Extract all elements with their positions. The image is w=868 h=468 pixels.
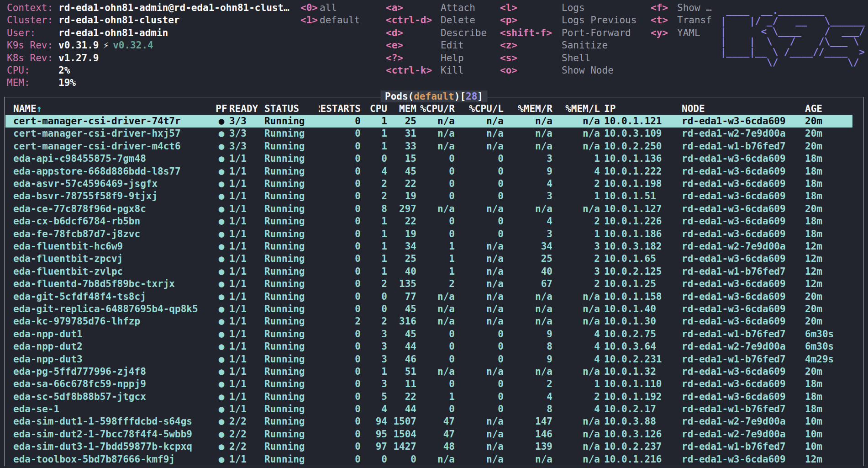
table-row[interactable]: eda-toolbox-5bd7b87666-kmf9j ● 1/1 Runni… (5, 453, 852, 465)
mem-request-pct: n/a (504, 115, 552, 127)
hotkey-item: <shift-f> Port-Forward (500, 27, 637, 39)
table-row[interactable]: eda-ce-77c878f96d-pgx8c ● 1/1 Running 0 … (5, 202, 852, 215)
mem-value: 135 (387, 277, 416, 290)
cpu-value: 1 (361, 215, 387, 228)
hotkey-key: <o> (500, 64, 562, 77)
pod-name: eda-toolbox-5bd7b87666-kmf9j (5, 453, 214, 465)
cpu-limit-pct: 0 (455, 215, 504, 228)
title-bracket-open: )[ (454, 91, 466, 102)
table-column-header: STATUS (264, 102, 319, 115)
pod-status-dot-icon: ● (214, 190, 229, 202)
cpu-request-pct: 0 (416, 403, 455, 415)
table-row[interactable]: eda-npp-dut2 ● 1/1 Running 0 3 44 0 0 8 … (5, 340, 852, 352)
table-row[interactable]: cert-manager-csi-driver-74t7r ● 3/3 Runn… (5, 115, 852, 127)
restarts-count: 0 (319, 228, 361, 240)
table-row[interactable]: eda-sim-dut3-1-7bdd59877b-kcpxq ● 2/2 Ru… (5, 441, 852, 453)
table-row[interactable]: eda-fe-78fcb87d7-j8zvc ● 1/1 Running 0 1… (5, 228, 852, 240)
mem-limit-pct: 4 (552, 328, 600, 340)
mem-value: 22 (387, 390, 416, 403)
node-name: rd-eda1-w3-6cda609 (678, 378, 801, 390)
cpu-limit-pct: 0 (455, 328, 504, 340)
mem-value: 45 (387, 165, 416, 177)
pod-name: eda-pg-5ffd777996-zj4f8 (5, 365, 214, 378)
column-label: PF (216, 103, 227, 114)
cpu-value: 97 (361, 441, 387, 453)
table-row[interactable]: eda-bsvr-78755f58f9-9tjxj ● 1/1 Running … (5, 190, 852, 202)
pod-status-dot-icon: ● (214, 165, 229, 177)
table-row[interactable]: eda-kc-979785d76-lhfzp ● 1/1 Running 2 2… (5, 315, 852, 328)
pod-status-dot-icon: ● (214, 265, 229, 277)
cpu-value: 4 (361, 165, 387, 177)
column-label: %CPU/R (420, 103, 455, 114)
mem-request-pct: n/a (504, 303, 552, 315)
table-row[interactable]: eda-sa-66c678fc59-nppj9 ● 1/1 Running 0 … (5, 378, 852, 390)
hotkey-label: Show … (677, 2, 712, 14)
mem-request-pct: 4 (504, 390, 552, 403)
cpu-value: 5 (361, 390, 387, 403)
mem-limit-pct: 2 (552, 253, 600, 265)
table-row[interactable]: eda-asvr-57c4596469-jsgfx ● 1/1 Running … (5, 177, 852, 190)
table-row[interactable]: eda-npp-dut1 ● 1/1 Running 0 3 45 0 0 9 … (5, 328, 852, 340)
table-row[interactable]: eda-sc-5df8b88b57-jtgcx ● 1/1 Running 0 … (5, 390, 852, 403)
column-label: %CPU/L (469, 103, 504, 114)
mem-value: 25 (387, 115, 416, 127)
table-row[interactable]: eda-git-replica-64887695b4-qp8k5 ● 1/1 R… (5, 303, 852, 315)
ready-count: 1/1 (229, 328, 264, 340)
cpu-request-pct: 0 (416, 378, 455, 390)
table-row[interactable]: eda-npp-dut3 ● 1/1 Running 0 3 46 0 0 9 … (5, 353, 852, 365)
action-hotkeys-col-1: <a> Attach <ctrl-d> Delete <d> Describe … (386, 2, 487, 77)
pod-ip: 10.0.3.88 (600, 415, 678, 428)
hotkey-label: Transf (677, 14, 712, 27)
cpu-limit-pct: 0 (455, 228, 504, 240)
cpu-limit-pct: n/a (455, 140, 504, 152)
node-name: rd-eda1-w2-7e9d00a (678, 415, 801, 428)
table-row[interactable]: eda-se-1 ● 1/1 Running 0 4 44 0 0 8 4 10… (5, 403, 852, 415)
mem-request-pct: n/a (504, 365, 552, 378)
hotkey-label: Describe (441, 27, 487, 39)
pod-name: eda-kc-979785d76-lhfzp (5, 315, 214, 328)
pod-name: eda-npp-dut3 (5, 353, 214, 365)
node-name: rd-eda1-w3-6cda609 (678, 290, 801, 303)
ready-count: 3/3 (229, 140, 264, 152)
cpu-value: 3 (361, 328, 387, 340)
hotkey-key: <e> (386, 39, 441, 52)
table-row[interactable]: eda-api-c98455875-7gm48 ● 1/1 Running 0 … (5, 153, 852, 165)
pod-ip: 10.0.1.192 (600, 390, 678, 403)
pod-ip: 10.0.1.127 (600, 202, 678, 215)
table-row[interactable]: eda-fluentbit-zvlpc ● 1/1 Running 0 1 40… (5, 265, 852, 277)
mem-value: 44 (387, 340, 416, 352)
table-row[interactable]: eda-pg-5ffd777996-zj4f8 ● 1/1 Running 0 … (5, 365, 852, 378)
column-label: %MEM/L (565, 103, 600, 114)
table-row[interactable]: cert-manager-csi-driver-hxj57 ● 3/3 Runn… (5, 128, 852, 140)
table-column-header: %MEM/L (552, 102, 600, 115)
table-row[interactable]: eda-sim-dut2-1-7bcc78f4f4-5wbb9 ● 2/2 Ru… (5, 428, 852, 440)
pod-status-dot-icon: ● (214, 415, 229, 428)
info-label: K9s Rev: (7, 39, 58, 52)
node-name: rd-eda1-w2-7e9d00a (678, 428, 801, 440)
restarts-count: 0 (319, 265, 361, 277)
table-row[interactable]: eda-appstore-668d886bdd-l8s77 ● 1/1 Runn… (5, 165, 852, 177)
table-row[interactable]: eda-git-5cfdf48f4-ts8cj ● 1/1 Running 0 … (5, 290, 852, 303)
cpu-request-pct: 0 (416, 328, 455, 340)
node-name: rd-eda1-w3-6cda609 (678, 153, 801, 165)
pod-name: eda-fe-78fcb87d7-j8zvc (5, 228, 214, 240)
table-row[interactable]: eda-sim-dut1-1-598fffdcbd-s64gs ● 2/2 Ru… (5, 415, 852, 428)
pod-name: eda-fluentbit-zvlpc (5, 265, 214, 277)
restarts-count: 0 (319, 240, 361, 252)
cpu-limit-pct: n/a (455, 265, 504, 277)
table-row[interactable]: eda-cx-b6dcf6784-rb5bn ● 1/1 Running 0 1… (5, 215, 852, 228)
cpu-limit-pct: 0 (455, 340, 504, 352)
pod-status: Running (264, 128, 319, 140)
pod-status-dot-icon: ● (214, 215, 229, 228)
table-row[interactable]: eda-fluentbit-hc6w9 ● 1/1 Running 0 1 34… (5, 240, 852, 252)
pod-age: 20m (801, 115, 852, 127)
cpu-limit-pct: n/a (455, 240, 504, 252)
mem-limit-pct: 2 (552, 277, 600, 290)
pod-name: cert-manager-csi-driver-74t7r (5, 115, 214, 127)
table-row[interactable]: eda-fluentbit-zpcvj ● 1/1 Running 0 1 25… (5, 253, 852, 265)
mem-limit-pct: n/a (552, 415, 600, 428)
table-row[interactable]: eda-fluentd-7b8d5f89bc-txrjx ● 1/1 Runni… (5, 277, 852, 290)
table-row[interactable]: cert-manager-csi-driver-m4ct6 ● 3/3 Runn… (5, 140, 852, 152)
pod-status: Running (264, 353, 319, 365)
pod-ip: 10.0.1.51 (600, 190, 678, 202)
